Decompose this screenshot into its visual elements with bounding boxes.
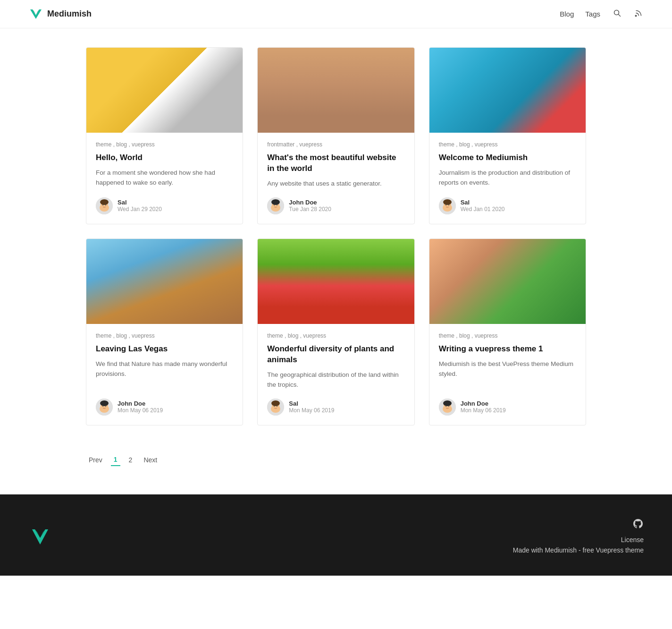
rss-icon[interactable]	[634, 8, 644, 20]
svg-point-32	[271, 400, 280, 406]
author-info-4: John Doe Mon May 06 2019	[118, 400, 163, 414]
svg-point-22	[448, 204, 449, 205]
search-button[interactable]	[612, 8, 623, 21]
author-info-3: Sal Wed Jan 01 2020	[461, 199, 505, 212]
next-button[interactable]: Next	[141, 454, 160, 466]
svg-point-15	[274, 204, 275, 205]
card-author-3: Sal Wed Jan 01 2020	[439, 197, 576, 214]
author-date-5: Mon May 06 2019	[289, 407, 334, 414]
cards-grid: theme , blog , vuepress Hello, World For…	[86, 47, 586, 425]
author-date-1: Wed Jan 29 2020	[118, 206, 162, 212]
card-tags-5: theme , blog , vuepress	[267, 332, 404, 339]
card-image-2	[258, 48, 414, 133]
svg-marker-41	[32, 529, 48, 544]
svg-point-4	[635, 15, 637, 17]
author-name-2: John Doe	[289, 199, 331, 206]
card-image-1	[86, 48, 243, 133]
main-nav: Blog Tags	[560, 8, 644, 21]
card-excerpt-5: The geographical distribution of the lan…	[267, 370, 404, 390]
author-date-2: Tue Jan 28 2020	[289, 206, 331, 212]
svg-point-27	[102, 405, 103, 406]
card-body-4: theme , blog , vuepress Leaving Las Vega…	[86, 324, 243, 425]
github-svg	[632, 518, 644, 529]
card-title-4: Leaving Las Vegas	[96, 344, 233, 355]
card-author-1: Sal Wed Jan 29 2020	[96, 197, 233, 214]
author-date-6: Mon May 06 2019	[461, 407, 506, 414]
svg-point-21	[445, 204, 446, 205]
card-5[interactable]: theme , blog , vuepress Wonderful divers…	[257, 238, 414, 425]
author-date-4: Mon May 06 2019	[118, 407, 163, 414]
author-info-5: Sal Mon May 06 2019	[289, 400, 334, 414]
svg-marker-0	[30, 9, 42, 19]
card-title-6: Writing a vuepress theme 1	[439, 344, 576, 355]
card-title-3: Welcome to Mediumish	[439, 153, 576, 163]
card-body-5: theme , blog , vuepress Wonderful divers…	[258, 324, 414, 425]
svg-point-14	[271, 199, 280, 205]
card-4[interactable]: theme , blog , vuepress Leaving Las Vega…	[86, 238, 243, 425]
card-excerpt-4: We find that Nature has made many wonder…	[96, 359, 233, 390]
footer-logo-area	[28, 525, 52, 550]
github-icon[interactable]	[632, 518, 644, 532]
card-image-5	[258, 239, 414, 324]
author-avatar-4	[96, 399, 113, 416]
logo-text[interactable]: Mediumish	[47, 9, 92, 19]
card-author-4: John Doe Mon May 06 2019	[96, 399, 233, 416]
footer-logo-icon	[28, 525, 52, 548]
card-image-3	[429, 48, 586, 133]
card-tags-4: theme , blog , vuepress	[96, 332, 233, 339]
card-title-2: What's the most beautiful website in the…	[267, 153, 404, 174]
card-author-2: John Doe Tue Jan 28 2020	[267, 197, 404, 214]
card-body-1: theme , blog , vuepress Hello, World For…	[86, 133, 243, 224]
svg-point-38	[443, 400, 452, 406]
card-tags-3: theme , blog , vuepress	[439, 141, 576, 148]
card-excerpt-6: Mediumish is the best VuePress theme Med…	[439, 359, 576, 390]
author-avatar-2	[267, 197, 284, 214]
card-author-6: John Doe Mon May 06 2019	[439, 399, 576, 416]
svg-point-40	[448, 405, 449, 406]
card-3[interactable]: theme , blog , vuepress Welcome to Mediu…	[429, 47, 586, 224]
card-2[interactable]: frontmatter , vuepress What's the most b…	[257, 47, 414, 224]
card-tags-1: theme , blog , vuepress	[96, 141, 233, 148]
card-title-1: Hello, World	[96, 153, 233, 163]
footer-right: License Made with Mediumish - free Vuepr…	[513, 518, 644, 557]
card-body-2: frontmatter , vuepress What's the most b…	[258, 133, 414, 224]
license-link[interactable]: License	[621, 536, 644, 544]
card-tags-2: frontmatter , vuepress	[267, 141, 404, 148]
author-name-1: Sal	[118, 199, 162, 206]
nav-tags[interactable]: Tags	[585, 10, 600, 18]
card-author-5: Sal Mon May 06 2019	[267, 399, 404, 416]
prev-button[interactable]: Prev	[86, 454, 105, 466]
svg-point-26	[100, 400, 109, 406]
card-1[interactable]: theme , blog , vuepress Hello, World For…	[86, 47, 243, 224]
card-6[interactable]: theme , blog , vuepress Writing a vuepre…	[429, 238, 586, 425]
site-footer: License Made with Mediumish - free Vuepr…	[0, 494, 672, 576]
card-body-6: theme , blog , vuepress Writing a vuepre…	[429, 324, 586, 425]
made-with-link[interactable]: Made with Mediumish - free Vuepress them…	[513, 546, 644, 554]
svg-point-28	[105, 405, 106, 406]
author-name-3: Sal	[461, 199, 505, 206]
pagination: Prev 1 2 Next	[86, 449, 586, 466]
page-2-button[interactable]: 2	[126, 454, 135, 466]
card-excerpt-2: Any website that uses a static generator…	[267, 179, 404, 189]
card-excerpt-1: For a moment she wondered how she had ha…	[96, 168, 233, 189]
author-name-6: John Doe	[461, 400, 506, 407]
page-1-button[interactable]: 1	[111, 454, 120, 466]
svg-point-20	[443, 199, 452, 205]
svg-point-8	[100, 199, 109, 205]
author-name-4: John Doe	[118, 400, 163, 407]
svg-point-10	[105, 204, 106, 205]
svg-point-16	[277, 204, 277, 205]
search-icon	[613, 9, 621, 17]
site-header: Mediumish Blog Tags	[0, 0, 672, 28]
author-avatar-5	[267, 399, 284, 416]
nav-blog[interactable]: Blog	[560, 10, 574, 18]
logo-area: Mediumish	[28, 7, 92, 22]
author-name-5: Sal	[289, 400, 334, 407]
main-content: theme , blog , vuepress Hello, World For…	[76, 28, 596, 494]
card-title-5: Wonderful diversity of plants and animal…	[267, 344, 404, 366]
author-info-1: Sal Wed Jan 29 2020	[118, 199, 162, 212]
card-image-6	[429, 239, 586, 324]
svg-line-3	[619, 14, 621, 16]
svg-point-39	[445, 405, 446, 406]
card-tags-6: theme , blog , vuepress	[439, 332, 576, 339]
